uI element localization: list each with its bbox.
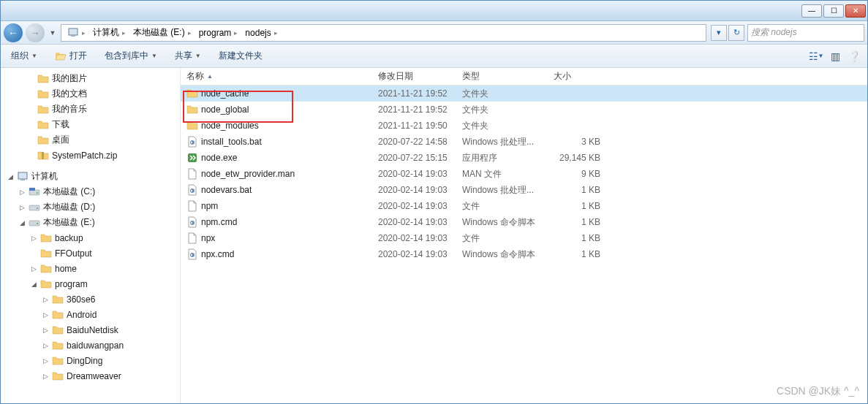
new-folder-button[interactable]: 新建文件夹: [214, 48, 267, 64]
crumb-label: program: [199, 28, 232, 38]
file-name: npm.cmd: [201, 217, 237, 227]
drive-c-icon: [29, 186, 40, 198]
col-name-label: 名称: [186, 70, 204, 83]
expand-icon[interactable]: ◢: [8, 173, 17, 180]
maximize-button[interactable]: ☐: [823, 4, 844, 18]
tree-item[interactable]: 我的图片: [1, 71, 180, 86]
tree-label: 桌面: [52, 134, 69, 146]
tree-item[interactable]: ▷本地磁盘 (D:): [1, 199, 180, 215]
tree-item[interactable]: ▷BaiduNetdisk: [1, 322, 180, 338]
bat-icon: [186, 136, 198, 148]
file-date: 2020-02-14 19:03: [372, 169, 456, 179]
include-label: 包含到库中: [105, 50, 148, 62]
nav-forward-button[interactable]: →: [26, 23, 45, 42]
expand-icon[interactable]: ▷: [20, 204, 29, 211]
file-row[interactable]: nodevars.bat 2020-02-14 19:03 Windows 批处…: [181, 182, 867, 198]
column-date[interactable]: 修改日期: [372, 68, 456, 85]
file-list[interactable]: node_cache 2021-11-21 19:52 文件夹 node_glo…: [181, 85, 867, 403]
file-view: 名称 ▲ 修改日期 类型 大小 node_cache 2021-11-21 19…: [181, 68, 867, 403]
folder-icon: [37, 88, 49, 100]
file-row[interactable]: npm 2020-02-14 19:03 文件 1 KB: [181, 198, 867, 214]
nav-tree[interactable]: 我的图片我的文档我的音乐下载桌面SystemPatch.zip◢计算机▷本地磁盘…: [1, 68, 181, 403]
tree-item[interactable]: 我的音乐: [1, 102, 180, 117]
preview-pane-button[interactable]: ▥: [828, 49, 842, 64]
tree-item[interactable]: FFOutput: [1, 245, 180, 261]
file-row[interactable]: node_cache 2021-11-21 19:52 文件夹: [181, 85, 867, 102]
tree-label: home: [55, 264, 77, 274]
file-row[interactable]: npx.cmd 2020-02-14 19:03 Windows 命令脚本 1 …: [181, 246, 867, 262]
address-dropdown-button[interactable]: ▾: [711, 25, 727, 41]
file-row[interactable]: node_global 2021-11-21 19:52 文件夹: [181, 102, 867, 118]
content-area: 我的图片我的文档我的音乐下载桌面SystemPatch.zip◢计算机▷本地磁盘…: [1, 68, 867, 403]
address-bar[interactable]: ▸ 计算机▸ 本地磁盘 (E:)▸ program▸ nodejs▸: [61, 24, 706, 42]
expand-icon[interactable]: ▷: [43, 357, 52, 365]
expand-icon[interactable]: ▷: [31, 235, 40, 242]
refresh-button[interactable]: ↻: [728, 25, 744, 41]
crumb-computer-icon[interactable]: ▸: [64, 26, 88, 39]
tree-item[interactable]: ▷baiduwangpan: [1, 338, 180, 353]
expand-icon[interactable]: ▷: [43, 342, 52, 349]
file-date: 2021-11-21 19:52: [372, 88, 456, 99]
expand-icon[interactable]: ▷: [43, 327, 52, 334]
file-size: 9 KB: [548, 169, 606, 179]
file-row[interactable]: npx 2020-02-14 19:03 文件 1 KB: [181, 230, 867, 246]
tree-label: 我的文档: [52, 88, 87, 100]
file-icon: [186, 200, 198, 212]
file-type: 文件: [456, 232, 548, 245]
crumb-2[interactable]: program▸: [196, 27, 241, 39]
file-name: install_tools.bat: [201, 137, 262, 147]
tree-item[interactable]: ▷DingDing: [1, 353, 180, 368]
tree-label: Dreamweaver: [67, 371, 121, 381]
search-input[interactable]: 搜索 nodejs: [747, 24, 864, 42]
nav-back-button[interactable]: ←: [4, 23, 23, 42]
tree-item[interactable]: 桌面: [1, 132, 180, 148]
column-type[interactable]: 类型: [456, 68, 548, 85]
tree-item[interactable]: ▷Dreamweaver: [1, 368, 180, 384]
crumb-0[interactable]: 计算机▸: [90, 26, 129, 39]
expand-icon[interactable]: ▷: [43, 311, 52, 319]
crumb-1[interactable]: 本地磁盘 (E:)▸: [130, 26, 195, 39]
tree-item[interactable]: 下载: [1, 117, 180, 132]
tree-item[interactable]: ◢本地磁盘 (E:): [1, 215, 180, 230]
tree-item[interactable]: ▷本地磁盘 (C:): [1, 184, 180, 199]
file-name: node_etw_provider.man: [201, 169, 295, 179]
tree-item[interactable]: ▷360se6: [1, 291, 180, 307]
open-button[interactable]: 打开: [50, 48, 91, 64]
help-button[interactable]: ❔: [847, 49, 861, 64]
file-date: 2020-02-14 19:03: [372, 185, 456, 195]
file-size: 1 KB: [548, 185, 606, 195]
file-row[interactable]: npm.cmd 2020-02-14 19:03 Windows 命令脚本 1 …: [181, 214, 867, 230]
tree-item[interactable]: ◢计算机: [1, 169, 180, 184]
expand-icon[interactable]: ◢: [31, 281, 40, 288]
tree-item[interactable]: ◢program: [1, 276, 180, 291]
bat-icon: [186, 216, 198, 228]
file-row[interactable]: node.exe 2020-07-22 15:15 应用程序 29,145 KB: [181, 150, 867, 166]
expand-icon[interactable]: ◢: [20, 219, 29, 226]
expand-icon[interactable]: ▷: [43, 296, 52, 303]
include-in-library-menu[interactable]: 包含到库中▼: [100, 48, 162, 64]
file-row[interactable]: node_modules 2021-11-21 19:50 文件夹: [181, 118, 867, 134]
expand-icon[interactable]: ▷: [20, 188, 29, 196]
file-row[interactable]: node_etw_provider.man 2020-02-14 19:03 M…: [181, 166, 867, 182]
expand-icon[interactable]: ▷: [31, 265, 40, 272]
tree-item[interactable]: ▷Android: [1, 307, 180, 322]
tree-item[interactable]: 我的文档: [1, 86, 180, 102]
tree-label: 360se6: [67, 294, 95, 305]
tree-item[interactable]: ▷home: [1, 261, 180, 276]
view-options-button[interactable]: ☷ ▼: [809, 49, 823, 64]
file-name: node.exe: [201, 153, 237, 163]
close-button[interactable]: ✕: [845, 4, 866, 18]
nav-history-dropdown[interactable]: ▼: [48, 29, 58, 37]
file-type: 文件夹: [456, 104, 548, 116]
folder-icon: [40, 278, 52, 290]
expand-icon[interactable]: ▷: [43, 373, 52, 380]
crumb-3[interactable]: nodejs▸: [242, 27, 280, 39]
minimize-button[interactable]: —: [801, 4, 822, 18]
column-name[interactable]: 名称 ▲: [181, 68, 372, 85]
share-menu[interactable]: 共享▼: [170, 48, 205, 64]
tree-item[interactable]: SystemPatch.zip: [1, 148, 180, 163]
tree-item[interactable]: ▷backup: [1, 230, 180, 245]
organize-menu[interactable]: 组织▼: [7, 48, 42, 64]
column-size[interactable]: 大小: [548, 68, 606, 85]
file-row[interactable]: install_tools.bat 2020-07-22 14:58 Windo…: [181, 134, 867, 150]
